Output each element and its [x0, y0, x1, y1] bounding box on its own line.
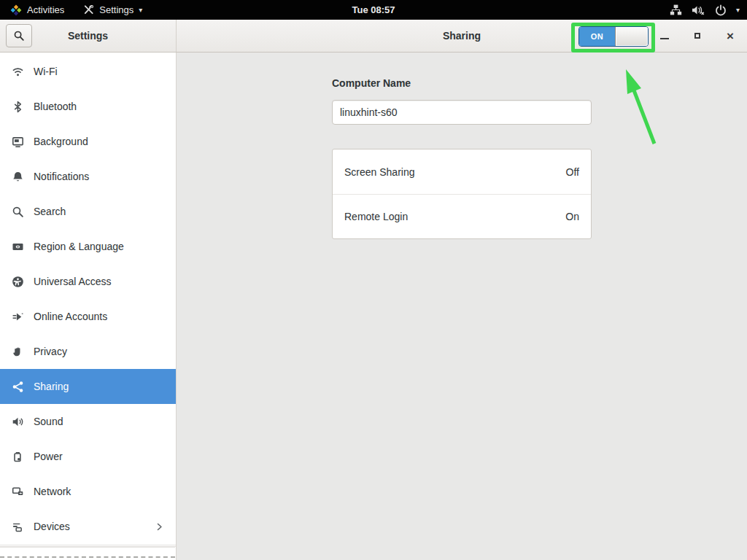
close-button[interactable]: × [724, 29, 737, 42]
sidebar-item-label: Privacy [34, 346, 67, 357]
option-status-value: On [565, 211, 579, 222]
sharing-option-row-remote-login[interactable]: Remote LoginOn [333, 194, 591, 238]
sidebar-item-search[interactable]: Search [0, 194, 176, 229]
sidebar-item-wi-fi[interactable]: Wi-Fi [0, 54, 176, 89]
option-label: Screen Sharing [344, 166, 415, 178]
computer-name-input[interactable] [332, 100, 592, 125]
clock-label[interactable]: Tue 08:57 [352, 4, 395, 15]
page-header: Sharing × [177, 20, 747, 52]
region-language-icon [12, 241, 24, 253]
sidebar-item-background[interactable]: Background [0, 124, 176, 159]
volume-muted-icon[interactable] [692, 4, 705, 16]
sidebar-item-sound[interactable]: Sound [0, 404, 176, 439]
app-menu-label: Settings [99, 4, 133, 15]
computer-name-label: Computer Name [332, 77, 592, 89]
sidebar: Wi-FiBluetoothBackgroundNotificationsSea… [0, 52, 177, 560]
sharing-content: Computer Name Screen SharingOffRemote Lo… [332, 52, 592, 239]
sidebar-item-network[interactable]: Network [0, 474, 176, 509]
speaker-icon [12, 416, 24, 428]
main-panel: Computer Name Screen SharingOffRemote Lo… [177, 52, 747, 560]
sidebar-item-label: Search [34, 206, 66, 217]
background-icon [12, 136, 24, 148]
sidebar-item-label: Notifications [34, 171, 89, 182]
sidebar-item-label: Sharing [34, 381, 69, 392]
devices-icon [12, 521, 24, 533]
app-menu-button[interactable]: Settings ▾ [83, 4, 142, 15]
sidebar-dashed-divider [0, 556, 175, 558]
screen: Activities Settings ▾ Tue 08:57 [0, 0, 747, 560]
sidebar-item-notifications[interactable]: Notifications [0, 159, 176, 194]
sidebar-item-label: Wi-Fi [34, 66, 58, 77]
sidebar-item-label: Region & Language [34, 241, 124, 252]
chevron-down-icon[interactable]: ▾ [736, 6, 740, 14]
sidebar-title: Settings [0, 20, 176, 52]
network-icon [12, 486, 24, 498]
sharing-master-toggle[interactable]: ON [578, 26, 649, 47]
bluetooth-icon [12, 101, 24, 113]
sidebar-item-label: Devices [34, 521, 70, 532]
sidebar-item-region-language[interactable]: Region & Language [0, 229, 176, 264]
maximize-button[interactable] [691, 29, 704, 42]
toggle-on-label: ON [579, 27, 615, 46]
option-label: Remote Login [344, 211, 408, 222]
sidebar-item-label: Bluetooth [34, 101, 77, 112]
activities-button[interactable]: Activities [10, 4, 64, 16]
minimize-icon [660, 38, 669, 39]
sidebar-item-label: Sound [34, 416, 63, 427]
online-accounts-icon [12, 311, 24, 323]
toggle-handle[interactable] [615, 27, 648, 46]
settings-tools-icon [83, 4, 94, 15]
sidebar-item-sharing[interactable]: Sharing [0, 369, 176, 404]
sidebar-item-privacy[interactable]: Privacy [0, 334, 176, 369]
distro-logo-icon [10, 4, 22, 16]
activities-label: Activities [27, 4, 64, 15]
sidebar-item-label: Online Accounts [34, 311, 107, 322]
sidebar-item-label: Power [34, 451, 63, 462]
sidebar-item-universal-access[interactable]: Universal Access [0, 264, 176, 299]
bell-icon [12, 171, 24, 183]
sharing-options-list: Screen SharingOffRemote LoginOn [332, 149, 592, 239]
sidebar-item-online-accounts[interactable]: Online Accounts [0, 299, 176, 334]
sidebar-separator [0, 545, 176, 545]
option-status-value: Off [566, 166, 579, 178]
sidebar-item-power[interactable]: Power [0, 439, 176, 474]
battery-icon [12, 451, 24, 463]
maximize-icon [694, 33, 700, 39]
network-wired-icon[interactable] [670, 4, 682, 16]
wifi-icon [12, 66, 24, 78]
chevron-right-icon [155, 522, 164, 532]
sidebar-item-label: Background [34, 136, 88, 147]
universal-access-icon [12, 276, 24, 288]
power-icon[interactable] [715, 4, 727, 16]
chevron-down-icon: ▾ [139, 6, 142, 14]
sidebar-item-label: Universal Access [34, 276, 112, 287]
search-icon [12, 206, 24, 218]
sidebar-item-bluetooth[interactable]: Bluetooth [0, 89, 176, 124]
sidebar-item-label: Network [34, 486, 71, 497]
sharing-option-row-screen-sharing[interactable]: Screen SharingOff [333, 149, 591, 194]
top-bar: Activities Settings ▾ Tue 08:57 [0, 0, 747, 20]
sidebar-item-devices[interactable]: Devices [0, 509, 176, 544]
sidebar-bottom-divider [0, 547, 175, 548]
minimize-button[interactable] [658, 29, 671, 42]
sidebar-header: Settings [0, 20, 177, 52]
share-icon [12, 381, 24, 393]
privacy-hand-icon [12, 346, 24, 358]
window-controls: × [658, 20, 737, 52]
